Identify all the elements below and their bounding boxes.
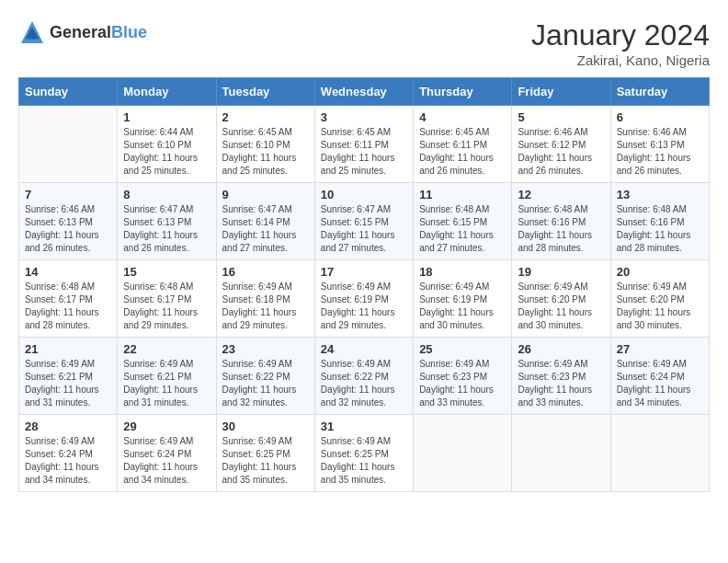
day-info: Sunrise: 6:49 AMSunset: 6:23 PMDaylight:… <box>419 358 506 409</box>
day-number: 14 <box>25 265 111 279</box>
calendar-cell: 14Sunrise: 6:48 AMSunset: 6:17 PMDayligh… <box>19 260 118 338</box>
calendar-cell <box>512 415 610 492</box>
location-title: Zakirai, Kano, Nigeria <box>531 52 710 68</box>
calendar-cell: 20Sunrise: 6:49 AMSunset: 6:20 PMDayligh… <box>610 260 709 338</box>
calendar-cell: 4Sunrise: 6:45 AMSunset: 6:11 PMDaylight… <box>414 106 512 183</box>
day-info: Sunrise: 6:48 AMSunset: 6:16 PMDaylight:… <box>617 203 703 255</box>
day-number: 11 <box>419 188 506 201</box>
day-number: 9 <box>222 188 309 201</box>
day-info: Sunrise: 6:46 AMSunset: 6:13 PMDaylight:… <box>617 126 703 178</box>
calendar-cell: 1Sunrise: 6:44 AMSunset: 6:10 PMDaylight… <box>118 106 216 183</box>
day-info: Sunrise: 6:49 AMSunset: 6:20 PMDaylight:… <box>518 281 604 332</box>
day-number: 20 <box>617 265 703 279</box>
calendar-cell: 26Sunrise: 6:49 AMSunset: 6:23 PMDayligh… <box>512 338 610 415</box>
calendar-cell: 12Sunrise: 6:48 AMSunset: 6:16 PMDayligh… <box>512 183 610 260</box>
day-info: Sunrise: 6:49 AMSunset: 6:21 PMDaylight:… <box>25 358 111 409</box>
day-number: 4 <box>419 110 506 124</box>
day-info: Sunrise: 6:49 AMSunset: 6:21 PMDaylight:… <box>123 358 210 409</box>
weekday-header-row: SundayMondayTuesdayWednesdayThursdayFrid… <box>19 78 710 106</box>
day-number: 13 <box>617 188 703 201</box>
weekday-header-monday: Monday <box>118 78 216 106</box>
weekday-header-friday: Friday <box>512 78 610 106</box>
calendar-cell: 17Sunrise: 6:49 AMSunset: 6:19 PMDayligh… <box>314 260 413 338</box>
calendar-cell: 28Sunrise: 6:49 AMSunset: 6:24 PMDayligh… <box>19 415 118 492</box>
week-row-5: 28Sunrise: 6:49 AMSunset: 6:24 PMDayligh… <box>19 415 710 492</box>
calendar-cell: 19Sunrise: 6:49 AMSunset: 6:20 PMDayligh… <box>512 260 610 338</box>
calendar-cell: 13Sunrise: 6:48 AMSunset: 6:16 PMDayligh… <box>610 183 709 260</box>
day-number: 8 <box>123 188 210 201</box>
day-info: Sunrise: 6:49 AMSunset: 6:22 PMDaylight:… <box>321 358 407 409</box>
day-number: 2 <box>222 110 309 124</box>
calendar-cell <box>610 415 709 492</box>
day-info: Sunrise: 6:49 AMSunset: 6:25 PMDaylight:… <box>321 435 407 487</box>
day-number: 15 <box>123 265 210 279</box>
day-info: Sunrise: 6:49 AMSunset: 6:18 PMDaylight:… <box>222 281 309 332</box>
day-info: Sunrise: 6:49 AMSunset: 6:24 PMDaylight:… <box>123 435 210 487</box>
calendar-cell: 30Sunrise: 6:49 AMSunset: 6:25 PMDayligh… <box>216 415 314 492</box>
day-info: Sunrise: 6:49 AMSunset: 6:20 PMDaylight:… <box>617 281 703 332</box>
title-block: January 2024 Zakirai, Kano, Nigeria <box>531 18 710 68</box>
calendar-cell: 27Sunrise: 6:49 AMSunset: 6:24 PMDayligh… <box>610 338 709 415</box>
day-number: 3 <box>321 110 407 124</box>
day-number: 18 <box>419 265 506 279</box>
calendar-cell: 5Sunrise: 6:46 AMSunset: 6:12 PMDaylight… <box>512 106 610 183</box>
day-number: 22 <box>123 342 210 356</box>
calendar-cell: 3Sunrise: 6:45 AMSunset: 6:11 PMDaylight… <box>314 106 413 183</box>
day-number: 31 <box>321 419 407 433</box>
logo-text-blue: Blue <box>111 23 147 41</box>
day-number: 5 <box>518 110 604 124</box>
day-info: Sunrise: 6:47 AMSunset: 6:14 PMDaylight:… <box>222 203 309 255</box>
calendar-cell: 22Sunrise: 6:49 AMSunset: 6:21 PMDayligh… <box>118 338 216 415</box>
day-number: 21 <box>25 342 111 356</box>
day-info: Sunrise: 6:48 AMSunset: 6:17 PMDaylight:… <box>123 281 210 332</box>
calendar-cell: 25Sunrise: 6:49 AMSunset: 6:23 PMDayligh… <box>414 338 512 415</box>
calendar-cell: 18Sunrise: 6:49 AMSunset: 6:19 PMDayligh… <box>414 260 512 338</box>
calendar-cell: 10Sunrise: 6:47 AMSunset: 6:15 PMDayligh… <box>314 183 413 260</box>
day-info: Sunrise: 6:45 AMSunset: 6:10 PMDaylight:… <box>222 126 309 178</box>
weekday-header-thursday: Thursday <box>414 78 512 106</box>
weekday-header-sunday: Sunday <box>19 78 118 106</box>
day-number: 28 <box>25 419 111 433</box>
calendar-cell: 15Sunrise: 6:48 AMSunset: 6:17 PMDayligh… <box>118 260 216 338</box>
day-info: Sunrise: 6:49 AMSunset: 6:19 PMDaylight:… <box>419 281 506 332</box>
day-info: Sunrise: 6:49 AMSunset: 6:25 PMDaylight:… <box>222 435 309 487</box>
calendar-cell <box>19 106 118 183</box>
day-info: Sunrise: 6:49 AMSunset: 6:24 PMDaylight:… <box>25 435 111 487</box>
logo: GeneralBlue <box>18 18 147 46</box>
day-info: Sunrise: 6:48 AMSunset: 6:16 PMDaylight:… <box>518 203 604 255</box>
day-number: 29 <box>123 419 210 433</box>
day-number: 24 <box>321 342 407 356</box>
day-info: Sunrise: 6:45 AMSunset: 6:11 PMDaylight:… <box>321 126 407 178</box>
calendar-cell: 7Sunrise: 6:46 AMSunset: 6:13 PMDaylight… <box>19 183 118 260</box>
day-number: 10 <box>321 188 407 201</box>
weekday-header-wednesday: Wednesday <box>314 78 413 106</box>
day-number: 7 <box>25 188 111 201</box>
calendar-cell: 6Sunrise: 6:46 AMSunset: 6:13 PMDaylight… <box>610 106 709 183</box>
day-info: Sunrise: 6:47 AMSunset: 6:15 PMDaylight:… <box>321 203 407 255</box>
calendar-cell: 29Sunrise: 6:49 AMSunset: 6:24 PMDayligh… <box>118 415 216 492</box>
day-number: 23 <box>222 342 309 356</box>
day-number: 27 <box>617 342 703 356</box>
day-number: 6 <box>617 110 703 124</box>
calendar-table: SundayMondayTuesdayWednesdayThursdayFrid… <box>18 77 710 492</box>
day-info: Sunrise: 6:48 AMSunset: 6:15 PMDaylight:… <box>419 203 506 255</box>
day-number: 1 <box>123 110 210 124</box>
weekday-header-tuesday: Tuesday <box>216 78 314 106</box>
day-number: 16 <box>222 265 309 279</box>
calendar-cell: 2Sunrise: 6:45 AMSunset: 6:10 PMDaylight… <box>216 106 314 183</box>
day-number: 17 <box>321 265 407 279</box>
calendar-cell: 24Sunrise: 6:49 AMSunset: 6:22 PMDayligh… <box>314 338 413 415</box>
calendar-cell: 8Sunrise: 6:47 AMSunset: 6:13 PMDaylight… <box>118 183 216 260</box>
day-info: Sunrise: 6:46 AMSunset: 6:13 PMDaylight:… <box>25 203 111 255</box>
day-info: Sunrise: 6:44 AMSunset: 6:10 PMDaylight:… <box>123 126 210 178</box>
day-number: 12 <box>518 188 604 201</box>
day-info: Sunrise: 6:49 AMSunset: 6:19 PMDaylight:… <box>321 281 407 332</box>
day-info: Sunrise: 6:47 AMSunset: 6:13 PMDaylight:… <box>123 203 210 255</box>
day-info: Sunrise: 6:46 AMSunset: 6:12 PMDaylight:… <box>518 126 604 178</box>
week-row-3: 14Sunrise: 6:48 AMSunset: 6:17 PMDayligh… <box>19 260 710 338</box>
day-info: Sunrise: 6:49 AMSunset: 6:24 PMDaylight:… <box>617 358 703 409</box>
day-info: Sunrise: 6:45 AMSunset: 6:11 PMDaylight:… <box>419 126 506 178</box>
calendar-cell: 11Sunrise: 6:48 AMSunset: 6:15 PMDayligh… <box>414 183 512 260</box>
logo-text-general: General <box>50 23 111 41</box>
day-number: 26 <box>518 342 604 356</box>
